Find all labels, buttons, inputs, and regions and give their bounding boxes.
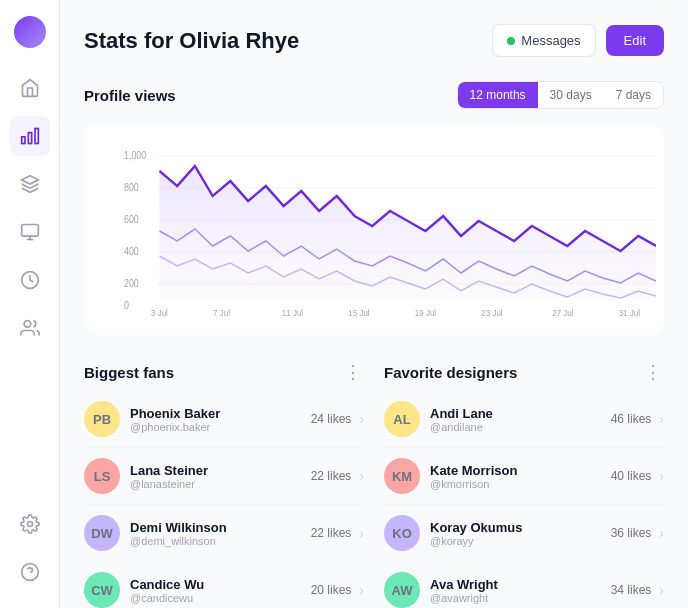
user-info: Candice Wu @candicewu: [130, 577, 311, 604]
sidebar-item-settings[interactable]: [10, 504, 50, 544]
svg-text:1,000: 1,000: [124, 149, 146, 161]
likes-count: 46 likes: [611, 412, 652, 426]
svg-point-8: [24, 321, 31, 328]
list-item[interactable]: KO Koray Okumus @korayy 36 likes ›: [384, 505, 664, 562]
chart-container: 1,000 800 600 400 200 0 3 Jul 7 Jul 11 J…: [84, 125, 664, 333]
svg-text:400: 400: [124, 245, 139, 257]
sidebar-item-layers[interactable]: [10, 164, 50, 204]
biggest-fans-more-icon[interactable]: ⋮: [344, 361, 364, 383]
sidebar-item-home[interactable]: [10, 68, 50, 108]
page-header: Stats for Olivia Rhye Messages Edit: [84, 24, 664, 57]
svg-text:23 Jul: 23 Jul: [481, 308, 502, 319]
users-icon: [20, 318, 40, 338]
bar-chart-icon: [20, 126, 40, 146]
user-name: Demi Wilkinson: [130, 520, 311, 535]
time-btn-30days[interactable]: 30 days: [538, 82, 604, 108]
time-filter: 12 months 30 days 7 days: [457, 81, 664, 109]
main-content: Stats for Olivia Rhye Messages Edit Prof…: [60, 0, 688, 608]
likes-count: 22 likes: [311, 469, 352, 483]
favorite-designers-header: Favorite designers ⋮: [384, 361, 664, 383]
help-circle-icon: [20, 562, 40, 582]
sidebar-item-chart[interactable]: [10, 116, 50, 156]
likes-count: 20 likes: [311, 583, 352, 597]
user-info: Koray Okumus @korayy: [430, 520, 611, 547]
svg-text:31 Jul: 31 Jul: [619, 308, 640, 319]
favorite-designers-more-icon[interactable]: ⋮: [644, 361, 664, 383]
svg-text:0: 0: [124, 299, 129, 311]
user-handle: @kmorrison: [430, 478, 611, 490]
chart-title: Profile views: [84, 87, 176, 104]
svg-text:800: 800: [124, 181, 139, 193]
user-handle: @demi_wilkinson: [130, 535, 311, 547]
sidebar-item-monitor[interactable]: [10, 212, 50, 252]
svg-rect-4: [21, 225, 38, 237]
likes-count: 34 likes: [611, 583, 652, 597]
time-btn-12months[interactable]: 12 months: [458, 82, 538, 108]
sidebar-avatar: [14, 16, 46, 48]
list-item[interactable]: AW Ava Wright @avawright 34 likes ›: [384, 562, 664, 608]
sidebar: [0, 0, 60, 608]
chevron-right-icon: ›: [359, 411, 364, 427]
svg-rect-1: [28, 133, 31, 144]
list-item[interactable]: PB Phoenix Baker @phoenix.baker 24 likes…: [84, 391, 364, 448]
list-item[interactable]: LS Lana Steiner @lanasteiner 22 likes ›: [84, 448, 364, 505]
user-info: Ava Wright @avawright: [430, 577, 611, 604]
svg-point-9: [27, 522, 32, 527]
layers-icon: [20, 174, 40, 194]
user-name: Kate Morrison: [430, 463, 611, 478]
likes-count: 40 likes: [611, 469, 652, 483]
user-info: Andi Lane @andilane: [430, 406, 611, 433]
chevron-right-icon: ›: [359, 582, 364, 598]
svg-text:15 Jul: 15 Jul: [348, 308, 369, 319]
avatar: AL: [384, 401, 420, 437]
sidebar-item-users[interactable]: [10, 308, 50, 348]
header-actions: Messages Edit: [492, 24, 664, 57]
monitor-icon: [20, 222, 40, 242]
likes-count: 36 likes: [611, 526, 652, 540]
user-handle: @candicewu: [130, 592, 311, 604]
user-handle: @andilane: [430, 421, 611, 433]
user-handle: @korayy: [430, 535, 611, 547]
user-name: Andi Lane: [430, 406, 611, 421]
svg-rect-2: [21, 137, 24, 144]
avatar: AW: [384, 572, 420, 608]
clock-icon: [20, 270, 40, 290]
favorite-designers-section: Favorite designers ⋮ AL Andi Lane @andil…: [384, 361, 664, 608]
user-info: Phoenix Baker @phoenix.baker: [130, 406, 311, 433]
user-name: Ava Wright: [430, 577, 611, 592]
svg-text:27 Jul: 27 Jul: [552, 308, 573, 319]
home-icon: [20, 78, 40, 98]
chevron-right-icon: ›: [659, 411, 664, 427]
user-name: Phoenix Baker: [130, 406, 311, 421]
biggest-fans-header: Biggest fans ⋮: [84, 361, 364, 383]
favorite-designers-title: Favorite designers: [384, 364, 517, 381]
biggest-fans-list: PB Phoenix Baker @phoenix.baker 24 likes…: [84, 391, 364, 608]
user-name: Koray Okumus: [430, 520, 611, 535]
avatar: CW: [84, 572, 120, 608]
user-handle: @lanasteiner: [130, 478, 311, 490]
favorite-designers-list: AL Andi Lane @andilane 46 likes › KM Kat…: [384, 391, 664, 608]
avatar: PB: [84, 401, 120, 437]
chevron-right-icon: ›: [659, 525, 664, 541]
avatar: KM: [384, 458, 420, 494]
sidebar-bottom: [10, 504, 50, 592]
list-item[interactable]: AL Andi Lane @andilane 46 likes ›: [384, 391, 664, 448]
user-name: Candice Wu: [130, 577, 311, 592]
sidebar-item-help[interactable]: [10, 552, 50, 592]
likes-count: 24 likes: [311, 412, 352, 426]
user-handle: @phoenix.baker: [130, 421, 311, 433]
user-handle: @avawright: [430, 592, 611, 604]
time-btn-7days[interactable]: 7 days: [604, 82, 663, 108]
sidebar-item-clock[interactable]: [10, 260, 50, 300]
list-item[interactable]: CW Candice Wu @candicewu 20 likes ›: [84, 562, 364, 608]
gear-icon: [20, 514, 40, 534]
svg-text:3 Jul: 3 Jul: [151, 308, 168, 319]
list-item[interactable]: DW Demi Wilkinson @demi_wilkinson 22 lik…: [84, 505, 364, 562]
chevron-right-icon: ›: [659, 582, 664, 598]
messages-status-dot: [507, 37, 515, 45]
edit-button[interactable]: Edit: [606, 25, 664, 56]
svg-marker-3: [21, 176, 38, 184]
messages-button[interactable]: Messages: [492, 24, 595, 57]
list-item[interactable]: KM Kate Morrison @kmorrison 40 likes ›: [384, 448, 664, 505]
avatar: KO: [384, 515, 420, 551]
